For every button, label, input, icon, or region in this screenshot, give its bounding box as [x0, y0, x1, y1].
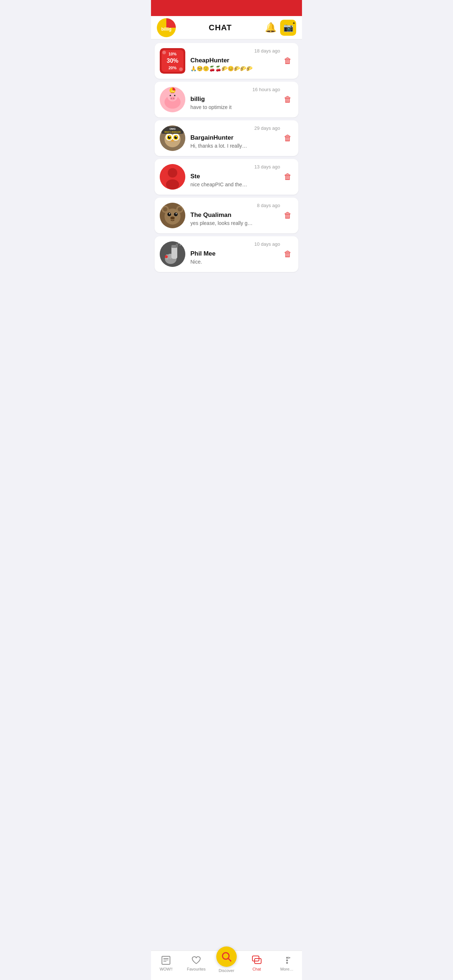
chat-list: 10% 30% 20% 18 days ago CheapHunter 🙏🥺🙂🍒… — [151, 40, 302, 275]
svg-point-28 — [169, 136, 170, 137]
svg-text:WHAT A BARGAIN: WHAT A BARGAIN — [164, 131, 180, 133]
svg-point-16 — [174, 95, 175, 96]
svg-point-36 — [166, 180, 179, 189]
chat-name-billig: billig — [190, 95, 277, 103]
delete-button-qualiman[interactable]: 🗑 — [282, 209, 293, 222]
chat-name-philmee: Phil Mee — [190, 250, 277, 258]
chat-item-bargainhunter[interactable]: OMG WHAT A BARGAIN 29 days ago BargainHu… — [155, 120, 298, 156]
svg-rect-19 — [171, 92, 174, 93]
delete-button-billig[interactable]: 🗑 — [282, 93, 293, 106]
svg-point-44 — [174, 213, 178, 216]
chat-content-ste: 13 days ago Ste nice cheapPIC and the… — [190, 166, 277, 188]
svg-point-45 — [169, 213, 170, 215]
svg-text:billig: billig — [161, 27, 171, 32]
avatar-qualiman — [160, 203, 185, 228]
svg-text:20%: 20% — [169, 65, 177, 70]
chat-preview-cheaphunter: 🙏🥺🙂🍒🍒🌮😊🌮🌮🌮 — [190, 65, 277, 72]
chat-name-ste: Ste — [190, 173, 277, 180]
header-actions: 🔔 + 📷 — [265, 20, 296, 36]
svg-point-43 — [167, 213, 171, 216]
svg-point-41 — [163, 207, 167, 212]
notifications-icon[interactable]: 🔔 — [265, 22, 276, 33]
app-logo[interactable]: billig — [157, 18, 176, 37]
svg-text:10%: 10% — [169, 52, 177, 56]
svg-rect-55 — [176, 243, 178, 247]
svg-point-35 — [168, 168, 177, 178]
chat-timestamp-bargainhunter: 29 days ago — [254, 126, 280, 131]
svg-point-42 — [178, 207, 182, 212]
svg-point-8 — [179, 67, 183, 71]
chat-item-cheaphunter[interactable]: 10% 30% 20% 18 days ago CheapHunter 🙏🥺🙂🍒… — [155, 43, 298, 79]
svg-point-15 — [170, 95, 171, 96]
svg-point-59 — [165, 255, 168, 258]
avatar-billig: billig — [160, 87, 185, 112]
svg-text:billig: billig — [171, 90, 174, 92]
svg-text:OMG: OMG — [170, 127, 176, 130]
svg-point-7 — [162, 51, 166, 54]
svg-point-14 — [173, 98, 174, 99]
chat-name-qualiman: The Qualiman — [190, 212, 277, 219]
chat-timestamp-qualiman: 8 days ago — [257, 203, 280, 208]
svg-point-46 — [176, 213, 177, 215]
app-header: billig CHAT 🔔 + 📷 — [151, 16, 302, 40]
delete-button-ste[interactable]: 🗑 — [282, 170, 293, 183]
delete-button-bargainhunter[interactable]: 🗑 — [282, 132, 293, 145]
chat-preview-ste: nice cheapPIC and the… — [190, 181, 277, 188]
chat-list-container: 10% 30% 20% 18 days ago CheapHunter 🙏🥺🙂🍒… — [151, 40, 302, 312]
chat-timestamp-ste: 13 days ago — [254, 164, 280, 170]
svg-rect-51 — [169, 254, 172, 259]
chat-content-bargainhunter: 29 days ago BargainHunter Hi, thanks a l… — [190, 127, 277, 149]
chat-item-qualiman[interactable]: 8 days ago The Qualiman yes please, look… — [155, 197, 298, 233]
avatar-ste — [160, 164, 185, 189]
chat-preview-bargainhunter: Hi, thanks a lot. I really… — [190, 143, 277, 149]
status-bar — [151, 0, 302, 16]
chat-timestamp-billig: 16 hours ago — [252, 87, 280, 92]
svg-point-47 — [170, 216, 175, 220]
svg-text:30%: 30% — [167, 57, 179, 64]
add-photo-button[interactable]: + 📷 — [280, 20, 296, 36]
delete-button-philmee[interactable]: 🗑 — [282, 248, 293, 260]
chat-name-bargainhunter: BargainHunter — [190, 134, 277, 142]
chat-item-ste[interactable]: 13 days ago Ste nice cheapPIC and the… 🗑 — [155, 159, 298, 195]
chat-timestamp-cheaphunter: 18 days ago — [254, 48, 280, 54]
chat-item-billig[interactable]: billig 16 hours ago billig have to optim… — [155, 82, 298, 118]
chat-content-philmee: 10 days ago Phil Mee Nice. — [190, 243, 277, 265]
chat-item-philmee[interactable]: 10 days ago Phil Mee Nice. 🗑 — [155, 236, 298, 272]
avatar-cheaphunter: 10% 30% 20% — [160, 48, 185, 74]
delete-button-cheaphunter[interactable]: 🗑 — [282, 55, 293, 67]
chat-name-cheaphunter: CheapHunter — [190, 57, 277, 64]
page-title: CHAT — [209, 23, 231, 32]
chat-preview-philmee: Nice. — [190, 259, 277, 265]
svg-point-56 — [178, 242, 179, 244]
avatar-philmee — [160, 241, 185, 267]
avatar-bargainhunter: OMG WHAT A BARGAIN — [160, 126, 185, 151]
chat-preview-qualiman: yes please, looks really g… — [190, 220, 277, 226]
chat-content-billig: 16 hours ago billig have to optimize it — [190, 89, 277, 110]
svg-point-29 — [176, 136, 177, 137]
chat-preview-billig: have to optimize it — [190, 104, 277, 110]
svg-point-13 — [171, 98, 172, 99]
chat-content-cheaphunter: 18 days ago CheapHunter 🙏🥺🙂🍒🍒🌮😊🌮🌮🌮 — [190, 50, 277, 72]
chat-timestamp-philmee: 10 days ago — [254, 241, 280, 247]
svg-point-57 — [180, 245, 181, 246]
svg-point-58 — [180, 242, 181, 243]
chat-content-qualiman: 8 days ago The Qualiman yes please, look… — [190, 205, 277, 226]
